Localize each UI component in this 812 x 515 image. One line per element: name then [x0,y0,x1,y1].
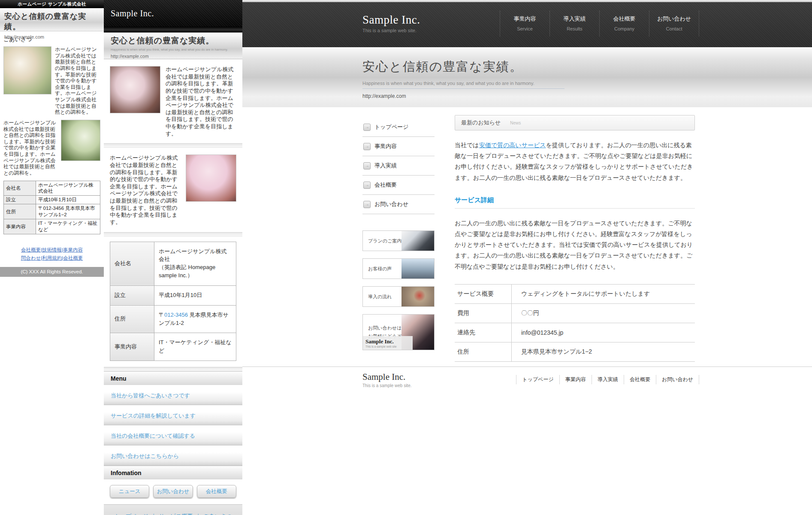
banner-contact[interactable]: お問い合わせは お気軽にどうぞ Sample Inc. This is a sa… [362,314,435,350]
tablet-paragraph-1: ホームページサンプル株式会社では最新技術と自然との調和を目指します。革新的な技術… [166,66,236,137]
banner-label: プランのご案内 [363,237,401,245]
tablet-menu-item-service[interactable]: サービスの詳細を解説しています [104,405,242,425]
footer-link-company2[interactable]: 会社概要 [63,255,83,261]
nav-item-company[interactable]: 会社概要 Company [599,11,649,36]
row-value: 見本県見本市サンプル1−2 [512,342,695,361]
arrow-icon: → [363,201,371,208]
footer-nav-results[interactable]: 導入実績 [592,375,624,384]
table-row: 会社名 ホームページサンプル株式会社 （英語表記 Homepage sample… [110,242,236,285]
contact-button[interactable]: お問い合わせ [153,485,193,498]
row-label: 設立 [110,285,154,305]
row-value: 平成10年1月10日 [154,285,236,305]
service-inline-link[interactable]: 安価で質の高いサービス [479,142,546,148]
section-divider [104,367,242,371]
leaf-woman-photo [61,120,100,161]
nav-item-contact[interactable]: お問い合わせ Contact [649,11,699,36]
mobile-footer-links: 会社概要|技術情報|事業内容 問合わせ|利用規約|会社概要 [0,246,104,262]
table-row: 費用 〇〇円 [455,303,695,323]
banner-plan[interactable]: プランのご案内 [362,230,435,251]
desktop-nav: 事業内容 Service 導入実績 Results 会社概要 Company お… [500,11,699,36]
news-title: 最新のお知らせ [461,119,501,127]
house-model-photo [401,287,434,306]
tablet-info-heading: Infomation [104,466,242,479]
nav-item-results[interactable]: 導入実績 Results [549,11,599,36]
mobile-copyright-bar: (C) XXX All Rights Reseved. [0,267,104,277]
desktop-view: Sample Inc. This is a sample web site. 事… [242,0,812,391]
company-button[interactable]: 会社概要 [197,485,236,498]
nav-label-jp: 会社概要 [600,15,649,23]
footer-nav-top[interactable]: トップページ [516,375,559,384]
footer-link-terms[interactable]: 利用規約 [42,255,62,261]
banner-voice[interactable]: お客様の声 [362,258,435,279]
row-label: 設立 [4,196,36,204]
footer-link-greeting[interactable]: ごあいさつ [203,513,232,515]
table-row: 設立 平成10年1月10日 [4,196,100,204]
arrow-icon: → [363,143,371,150]
sidebar-banners: プランのご案内 お客様の声 導入の流れ [362,230,435,350]
sidebar-item-results[interactable]: → 導入実績 [362,156,435,176]
businessmen-photo [401,231,434,251]
nav-label-en: Company [600,26,649,31]
banner-label: 導入の流れ [363,293,392,301]
nav-label-en: Contact [649,26,699,31]
tablet-intro-block-2: ホームページサンプル株式会社では最新技術と自然との調和を目指します。革新的な技術… [104,148,242,232]
tablet-menu-item-greeting[interactable]: 当社から皆様へごあいさつです [104,385,242,405]
row-label: 費用 [455,303,512,323]
sidebar-item-contact[interactable]: → お問い合わせ [362,195,435,214]
banner-flow[interactable]: 導入の流れ [362,286,435,307]
footer-nav-contact[interactable]: お問い合わせ [656,375,699,384]
footer-link-business[interactable]: 事業内容 [63,247,83,252]
service-detail-heading: サービス詳細 [455,196,695,209]
footer-tagline: This is a sample web site. [362,383,412,388]
desktop-hero-title: 安心と信頼の豊富な実績。 [362,58,699,76]
footer-link-company[interactable]: 会社概要 [21,247,41,252]
tablet-menu-item-company[interactable]: 当社の会社概要について確認する [104,425,242,445]
tablet-hero-subtitle: Happiness is when what you think, what y… [111,48,242,52]
nav-item-service[interactable]: 事業内容 Service [500,11,549,36]
banner-label-line1: お問い合わせは [368,325,401,330]
footer-link-contact[interactable]: 問合わせ [21,255,41,261]
row-label: 連絡先 [455,323,512,342]
menu-link-label: 当社の会社概要について確認する [111,433,195,439]
tablet-company-table: 会社名 ホームページサンプル株式会社 （英語表記 Homepage sample… [110,242,236,361]
desktop-logo: Sample Inc. [362,13,420,27]
tablet-footer-links: トップページ｜サービス概要｜ごあいさつ [104,504,242,515]
banner-label: お客様の声 [363,265,392,273]
desktop-content: 最新のお知らせ News 当社では安価で質の高いサービスを提供しております。お二… [455,107,695,362]
row-value: ホームページサンプル株式会社 [36,181,100,196]
sidebar-item-label: 導入実績 [374,162,397,170]
desktop-hero: 安心と信頼の豊富な実績。 Happiness is when what you … [242,47,812,107]
sidebar-item-service[interactable]: → 事業内容 [362,137,435,156]
table-row: サービス概要 ウェディングをトータルにサポートいたします [455,284,695,303]
tablet-menu-heading: Menu [104,371,242,385]
zip-code-link[interactable]: 012-3456 [164,312,188,318]
mobile-hero-title: 安心と信頼の豊富な実績。 [4,11,100,32]
sidebar-item-top[interactable]: → トップページ [362,118,435,137]
tablet-hero-title: 安心と信頼の豊富な実績。 [111,35,242,46]
nav-label-jp: 導入実績 [550,15,599,23]
mobile-intro-block-1: ホームページサンプル株式会社では最新技術と自然との調和を目指します。革新的な技術… [0,46,104,115]
sidebar-item-company[interactable]: → 会社概要 [362,176,435,195]
desktop-main: → トップページ → 事業内容 → 導入実績 → 会社概要 [242,107,812,367]
row-value: info@012345.jp [512,323,695,342]
footer-link-service[interactable]: サービス概要 [159,513,193,515]
tablet-logo: Sample Inc. [111,9,154,18]
table-row: 事業内容 IT・マーケティング・福祉など [110,333,236,361]
footer-link-top[interactable]: トップページ [114,513,148,515]
footer-link-tech[interactable]: 技術情報 [42,247,62,252]
row-label: 住所 [4,204,36,219]
tablet-view: Sample Inc. 安心と信頼の豊富な実績。 Happiness is wh… [104,0,242,515]
news-button[interactable]: ニュース [110,485,149,498]
arrow-icon: → [363,182,371,189]
footer-nav-company[interactable]: 会社概要 [624,375,656,384]
company-name-en: （英語表記 Homepage sample Inc.） [159,264,232,280]
section-divider [104,232,242,236]
row-label: 会社名 [110,242,154,285]
row-value: 〒012-3456 見本県見本市サンプル1-2 [154,305,236,333]
news-box: 最新のお知らせ News [455,115,695,130]
tablet-menu-item-contact[interactable]: お問い合わせはこちらから [104,445,242,466]
footer-nav-service[interactable]: 事業内容 [559,375,592,384]
menu-link-label: お問い合わせはこちらから [111,453,179,459]
mobile-paragraph-2: ホームページサンプル株式会社では最新技術と自然との調和を目指します。革新的な技術… [3,120,57,176]
tablet-header-band [104,27,242,33]
